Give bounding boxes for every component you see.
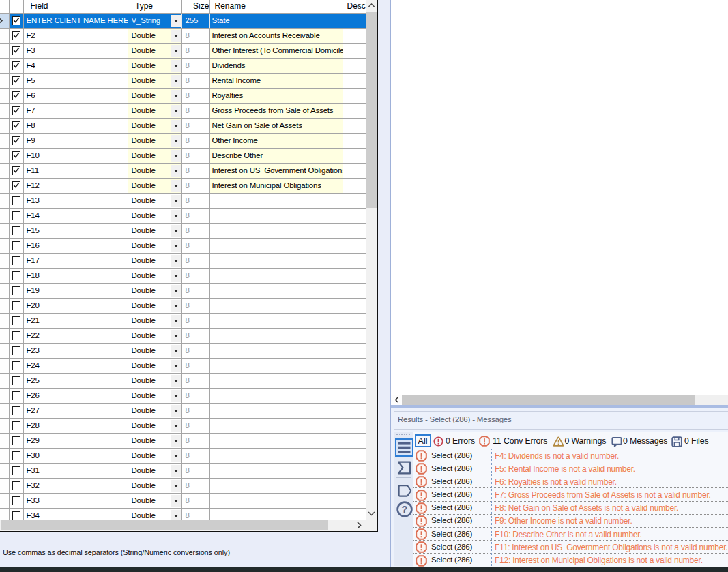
svg-text:?: ? [401,504,407,515]
